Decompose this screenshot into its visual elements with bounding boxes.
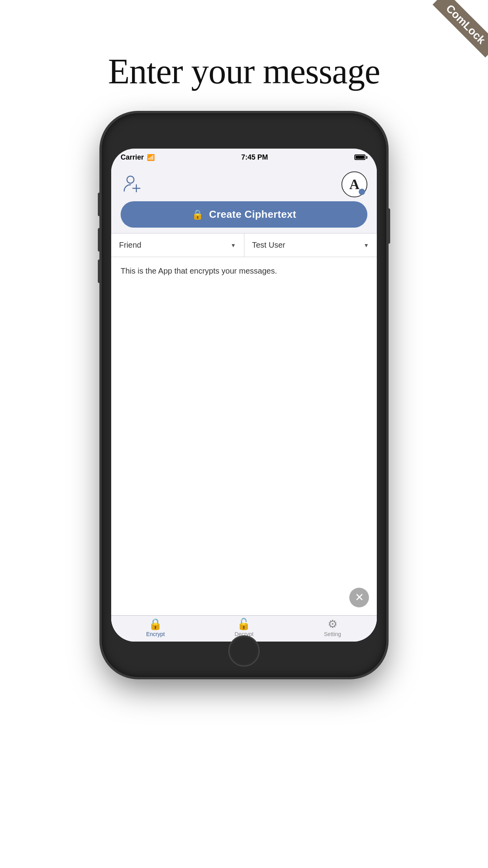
home-button[interactable] xyxy=(228,635,260,667)
font-btn-dot xyxy=(359,189,365,195)
decrypt-icon: 🔓 xyxy=(237,619,251,630)
encrypt-label: Encrypt xyxy=(146,631,165,637)
lock-icon: 🔒 xyxy=(192,209,204,220)
user-dropdown[interactable]: Test User ▼ xyxy=(244,234,377,257)
dropdowns-row: Friend ▼ Test User ▼ xyxy=(111,234,377,257)
add-user-icon xyxy=(123,174,142,195)
status-bar: Carrier 📶 7:45 PM xyxy=(111,149,377,166)
tab-setting[interactable]: ⚙ Setting xyxy=(288,619,377,637)
app-header: A xyxy=(111,166,377,197)
svg-point-0 xyxy=(127,176,134,183)
setting-icon: ⚙ xyxy=(328,619,338,630)
ribbon-label: ComLock xyxy=(433,0,488,57)
phone-screen: Carrier 📶 7:45 PM xyxy=(111,149,377,642)
battery-icon xyxy=(354,154,367,160)
clear-button[interactable]: ✕ xyxy=(349,588,369,607)
message-text: This is the App that encrypts your messa… xyxy=(121,265,367,277)
tab-decrypt[interactable]: 🔓 Decrypt xyxy=(200,619,288,637)
status-left: Carrier 📶 xyxy=(121,153,155,162)
tab-encrypt[interactable]: 🔒 Encrypt xyxy=(111,619,200,637)
user-arrow: ▼ xyxy=(363,242,369,248)
create-ciphertext-button[interactable]: 🔒 Create Ciphertext xyxy=(121,201,367,228)
user-label: Test User xyxy=(252,241,285,250)
page-title: Enter your message xyxy=(0,51,488,92)
font-button[interactable]: A xyxy=(341,171,367,197)
font-btn-letter: A xyxy=(349,176,360,193)
friend-arrow: ▼ xyxy=(231,242,236,248)
app-content: A 🔒 Create Ciphertext Friend ▼ T xyxy=(111,166,377,642)
status-time: 7:45 PM xyxy=(241,153,268,162)
wifi-icon: 📶 xyxy=(147,154,155,161)
carrier-label: Carrier xyxy=(121,153,144,162)
message-area[interactable]: This is the App that encrypts your messa… xyxy=(111,257,377,615)
create-btn-wrapper: 🔒 Create Ciphertext xyxy=(111,197,377,233)
setting-label: Setting xyxy=(324,631,341,637)
clear-icon: ✕ xyxy=(355,592,364,603)
corner-ribbon: ComLock xyxy=(425,0,488,63)
create-ciphertext-label: Create Ciphertext xyxy=(209,208,296,221)
friend-label: Friend xyxy=(119,241,141,250)
phone-shell: Carrier 📶 7:45 PM xyxy=(103,114,385,676)
battery-fill xyxy=(356,156,364,159)
add-user-button[interactable] xyxy=(121,173,144,196)
battery-body xyxy=(354,154,365,160)
friend-dropdown[interactable]: Friend ▼ xyxy=(111,234,244,257)
battery-tip xyxy=(366,156,367,159)
encrypt-icon: 🔒 xyxy=(149,619,162,630)
